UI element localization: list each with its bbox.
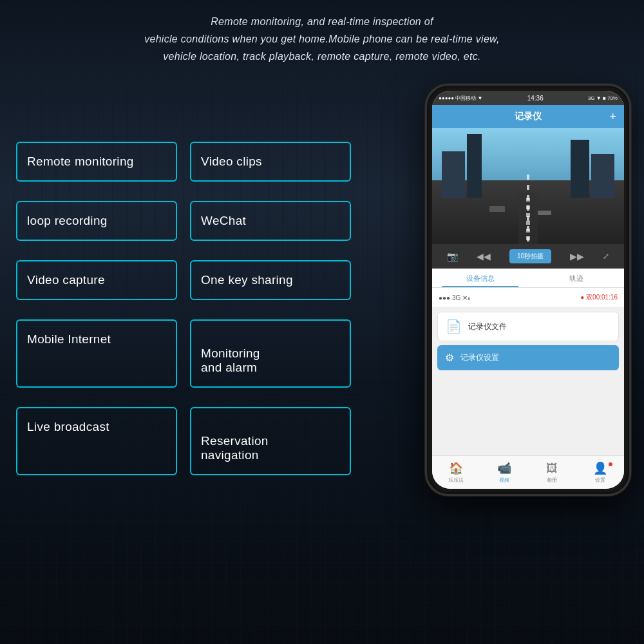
feature-live-broadcast: Live broadcast (16, 407, 177, 475)
video-nav-icon: 📹 (497, 461, 511, 475)
phone-mockup: ●●●●● 中国移动 ▼ 14:36 3G ▼ ■ 70% 记录仪 + (425, 84, 631, 496)
nav-video-label: 视频 (499, 477, 509, 484)
file-list-item[interactable]: 📄 记录仪文件 (437, 312, 619, 341)
notification-dot (609, 462, 612, 466)
nav-album-label: 相册 (547, 477, 557, 484)
ten-sec-capture-button[interactable]: 10秒拍摄 (509, 249, 551, 263)
status-carrier: ●●●●● 中国移动 ▼ (439, 95, 483, 102)
device-info-row: ●●● 3G ✕₃ ● 双00:01:16 (432, 288, 624, 308)
nav-item-settings[interactable]: 👤 设置 (576, 461, 625, 484)
phone-app-title: 记录仪 (515, 111, 542, 122)
feature-mobile-internet: Mobile Internet (16, 319, 177, 388)
phone-video-preview (432, 128, 624, 244)
person-nav-icon: 👤 (593, 461, 607, 475)
header-description: Remote monitoring, and real-time inspect… (19, 13, 625, 66)
rewind-icon[interactable]: ◀◀ (477, 251, 491, 261)
settings-item-label: 记录仪设置 (460, 352, 499, 363)
add-button[interactable]: + (609, 110, 616, 124)
phone-screen: ●●●●● 中国移动 ▼ 14:36 3G ▼ ■ 70% 记录仪 + (432, 91, 624, 489)
feature-remote-monitoring: Remote monitoring (16, 142, 177, 182)
nav-home-label: 乐乐法 (448, 477, 464, 484)
nav-settings-label: 设置 (595, 477, 605, 484)
phone-controls-bar: 📷 ◀◀ 10秒拍摄 ▶▶ ⤢ (432, 244, 624, 269)
status-battery: 3G ▼ ■ 70% (588, 95, 618, 101)
expand-icon[interactable]: ⤢ (603, 252, 609, 261)
phone-bottom-nav: 🏠 乐乐法 📹 视频 🖼 相册 👤 设置 (432, 455, 624, 489)
phone-title-bar: 记录仪 + (432, 105, 624, 128)
status-time: 14:36 (527, 95, 544, 102)
feature-wechat: WeChat (190, 201, 351, 241)
forward-icon[interactable]: ▶▶ (570, 251, 584, 261)
tab-track[interactable]: 轨迹 (528, 269, 624, 287)
feature-grid: Remote monitoring Video clips loop recor… (16, 142, 374, 475)
nav-item-video[interactable]: 📹 视频 (480, 461, 529, 484)
feature-reservation-navigation: Reservation navigation (190, 407, 351, 475)
nav-item-album[interactable]: 🖼 相册 (528, 462, 576, 484)
signal-display: ●●● 3G ✕₃ (439, 294, 470, 301)
phone-status-bar: ●●●●● 中国移动 ▼ 14:36 3G ▼ ■ 70% (432, 91, 624, 105)
feature-monitoring-alarm: Monitoring and alarm (190, 319, 351, 388)
feature-video-capture: Video capture (16, 260, 177, 300)
feature-loop-recording: loop recording (16, 201, 177, 241)
feature-video-clips: Video clips (190, 142, 351, 182)
tab-device-info[interactable]: 设备信息 (432, 269, 528, 287)
camera-icon[interactable]: 📷 (447, 251, 458, 261)
file-icon: 📄 (446, 319, 462, 334)
home-nav-icon: 🏠 (449, 461, 463, 475)
settings-gear-icon: ⚙ (445, 352, 454, 364)
file-item-label: 记录仪文件 (468, 321, 507, 332)
recording-indicator: ● 双00:01:16 (580, 293, 618, 302)
nav-item-home[interactable]: 🏠 乐乐法 (432, 461, 480, 484)
phone-tabs: 设备信息 轨迹 (432, 269, 624, 288)
album-nav-icon: 🖼 (546, 462, 558, 475)
settings-list-item[interactable]: ⚙ 记录仪设置 (437, 345, 619, 370)
feature-one-key-sharing: One key sharing (190, 260, 351, 300)
